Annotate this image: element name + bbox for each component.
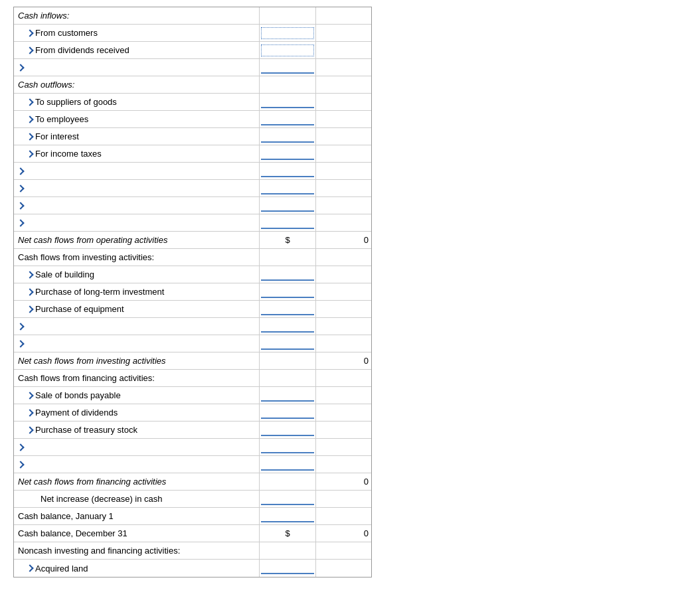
arrow-icon [26, 46, 33, 54]
arrow-icon [17, 167, 24, 175]
longterm-investment-label: Purchase of long-term investment [14, 283, 260, 300]
arrow-icon [17, 443, 24, 451]
empty-label [14, 456, 260, 473]
net-financing-value: 0 [316, 473, 373, 490]
table-row: Net increase (decrease) in cash [14, 491, 371, 508]
table-row [14, 214, 371, 232]
table-row: Cash inflows: [14, 7, 371, 25]
arrow-icon [26, 426, 33, 433]
empty-col2[interactable] [260, 163, 316, 179]
arrow-icon [17, 461, 24, 468]
arrow-icon [17, 202, 24, 209]
investing-header-label: Cash flows from investing activities: [14, 249, 260, 266]
net-investing-value: 0 [316, 352, 373, 369]
empty-col2[interactable] [260, 456, 316, 473]
table-row: From dividends received [14, 42, 371, 59]
purchase-equipment-col2[interactable] [260, 301, 316, 317]
cash-outflows-label: Cash outflows: [14, 76, 260, 93]
treasury-stock-label: Purchase of treasury stock [14, 422, 260, 438]
table-row [14, 59, 371, 76]
arrow-icon [17, 340, 24, 347]
empty-label [14, 163, 260, 179]
suppliers-col2[interactable] [260, 94, 316, 110]
empty-col2[interactable] [260, 318, 316, 335]
arrow-icon [26, 305, 33, 313]
from-customers-col2[interactable] [260, 25, 316, 41]
employees-col2[interactable] [260, 111, 316, 127]
cash-inflows-label: Cash inflows: [14, 7, 260, 24]
table-row [14, 163, 371, 180]
net-investing-col2 [260, 352, 316, 369]
table-row: To suppliers of goods [14, 94, 371, 111]
cash-balance-dec-value: 0 [316, 525, 373, 542]
treasury-stock-col2[interactable] [260, 422, 316, 438]
sale-bonds-label: Sale of bonds payable [14, 387, 260, 404]
payment-dividends-col2[interactable] [260, 404, 316, 421]
table-row: To employees [14, 111, 371, 128]
empty-col3 [316, 163, 373, 179]
table-row: Net cash flows from investing activities… [14, 352, 371, 370]
empty-col2[interactable] [260, 180, 316, 196]
empty-col3 [316, 59, 373, 76]
net-increase-col2[interactable] [260, 491, 316, 507]
income-taxes-col3 [316, 145, 373, 162]
empty-label [14, 59, 260, 76]
table-row [14, 180, 371, 197]
empty-col2[interactable] [260, 335, 316, 352]
suppliers-label: To suppliers of goods [14, 94, 260, 110]
arrow-icon [26, 150, 33, 157]
arrow-icon [17, 185, 24, 192]
suppliers-col3 [316, 94, 373, 110]
sale-bonds-col2[interactable] [260, 387, 316, 404]
empty-col2[interactable] [260, 197, 316, 214]
table-row: Noncash investing and financing activiti… [14, 542, 371, 560]
net-investing-label: Net cash flows from investing activities [14, 352, 260, 369]
table-row [14, 335, 371, 352]
table-row [14, 197, 371, 214]
table-row: Net cash flows from financing activities… [14, 473, 371, 491]
arrow-icon [26, 98, 33, 106]
cash-flow-table: Cash inflows: From customers From divide… [13, 7, 372, 578]
empty-label [14, 439, 260, 455]
longterm-investment-col2[interactable] [260, 283, 316, 300]
from-dividends-col2[interactable] [260, 42, 316, 58]
purchase-equipment-label: Purchase of equipment [14, 301, 260, 317]
purchase-equipment-col3 [316, 301, 373, 317]
table-row: Cash balance, January 1 [14, 508, 371, 525]
table-row: Net cash flows from operating activities… [14, 232, 371, 249]
table-row: Cash flows from investing activities: [14, 249, 371, 266]
interest-col3 [316, 128, 373, 145]
noncash-header-label: Noncash investing and financing activiti… [14, 542, 260, 559]
table-row: Cash flows from financing activities: [14, 370, 371, 387]
table-row: Payment of dividends [14, 404, 371, 422]
net-operating-value: 0 [316, 232, 373, 248]
cash-balance-jan-col3 [316, 508, 373, 524]
arrow-icon [26, 288, 33, 295]
empty-col2[interactable] [260, 439, 316, 455]
arrow-icon [26, 29, 33, 37]
col2-empty [260, 7, 316, 24]
cash-balance-dec-dollar: $ [260, 525, 316, 542]
payment-dividends-label: Payment of dividends [14, 404, 260, 421]
table-row: For income taxes [14, 145, 371, 163]
table-row: Purchase of long-term investment [14, 283, 371, 301]
table-row [14, 439, 371, 456]
acquired-land-col2[interactable] [260, 560, 316, 577]
empty-label [14, 180, 260, 196]
income-taxes-col2[interactable] [260, 145, 316, 162]
treasury-stock-col3 [316, 422, 373, 438]
net-financing-label: Net cash flows from financing activities [14, 473, 260, 490]
interest-label: For interest [14, 128, 260, 145]
investing-header-col2 [260, 249, 316, 266]
cash-balance-jan-col2[interactable] [260, 508, 316, 524]
table-row: Purchase of treasury stock [14, 422, 371, 439]
interest-col2[interactable] [260, 128, 316, 145]
empty-col2[interactable] [260, 59, 316, 76]
table-row: Cash outflows: [14, 76, 371, 94]
empty-col2[interactable] [260, 214, 316, 231]
sale-building-col2[interactable] [260, 266, 316, 283]
table-row: For interest [14, 128, 371, 145]
financing-header-col3 [316, 370, 373, 386]
table-row: Acquired land [14, 560, 371, 577]
table-row [14, 318, 371, 335]
